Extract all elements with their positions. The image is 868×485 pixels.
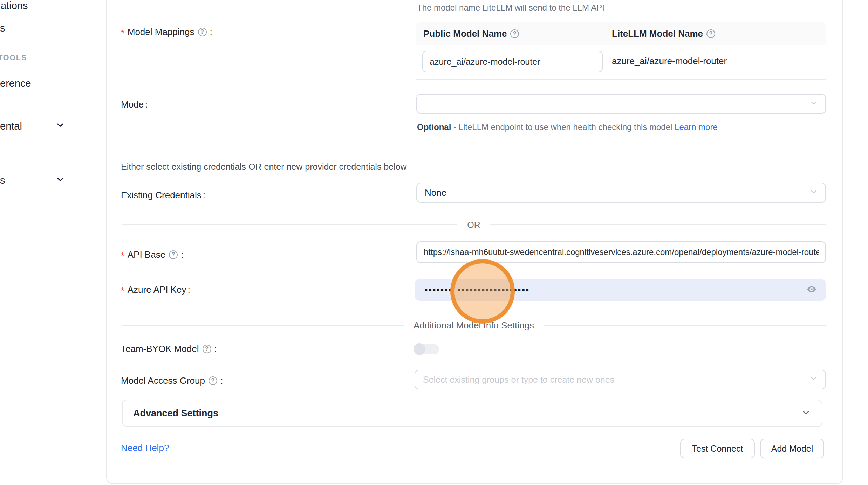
- help-question-icon[interactable]: ?: [510, 29, 519, 38]
- help-question-icon[interactable]: ?: [209, 376, 217, 385]
- chevron-down-icon: [55, 174, 65, 187]
- add-model-page: ations s TOOLS erence ental s The model …: [0, 0, 868, 485]
- mode-select[interactable]: [416, 94, 826, 114]
- credentials-note: Either select existing credentials OR en…: [121, 162, 407, 172]
- toggle-knob: [414, 343, 425, 355]
- additional-settings-divider: Additional Model Info Settings: [122, 320, 826, 331]
- select-placeholder: Select existing groups or type to create…: [423, 375, 614, 385]
- required-asterisk: *: [121, 28, 124, 38]
- sidebar-item-label: s: [0, 175, 5, 186]
- help-question-icon[interactable]: ?: [203, 345, 211, 353]
- model-mappings-table: Public Model Name ? LiteLLM Model Name ?…: [416, 22, 826, 80]
- sidebar-item-experimental[interactable]: ental: [0, 120, 22, 132]
- selected-value: None: [425, 187, 446, 198]
- sidebar-item-settings[interactable]: s: [0, 175, 5, 186]
- sidebar-item-models[interactable]: s: [0, 22, 5, 34]
- eye-icon[interactable]: [806, 284, 818, 296]
- chevron-down-icon: [809, 187, 818, 199]
- or-divider: OR: [122, 220, 826, 230]
- need-help-link[interactable]: Need Help?: [121, 443, 169, 453]
- header-column-divider: [606, 25, 606, 42]
- model-name-helper-text: The model name LiteLLM will send to the …: [417, 3, 604, 13]
- team-byok-label: Team-BYOK Model ? :: [121, 343, 217, 355]
- azure-api-key-label: * Azure API Key :: [121, 284, 190, 296]
- add-model-button[interactable]: Add Model: [760, 439, 824, 458]
- sidebar-section-tools: TOOLS: [0, 53, 27, 62]
- existing-credentials-label: Existing Credentials :: [121, 189, 205, 201]
- existing-credentials-select[interactable]: None: [416, 183, 826, 203]
- sidebar-item-label: erence: [0, 78, 31, 89]
- api-base-label: * API Base ? :: [121, 249, 183, 261]
- chevron-down-icon: [801, 407, 811, 419]
- sidebar: ations s TOOLS erence ental s: [0, 0, 106, 485]
- column-header-public-model-name: Public Model Name ?: [423, 22, 521, 45]
- sidebar-item-label: s: [0, 22, 5, 34]
- masked-password-dots: ••••••••••••••••••: [457, 285, 529, 295]
- model-mappings-label: * Model Mappings ? :: [121, 26, 212, 38]
- mode-hint-text: Optional - LiteLLM endpoint to use when …: [417, 120, 725, 134]
- chevron-down-icon: [809, 98, 818, 110]
- litellm-model-name-value: azure_ai/azure-model-router: [612, 56, 727, 67]
- sidebar-item-label: ations: [1, 0, 28, 12]
- sidebar-section-label: TOOLS: [0, 53, 27, 62]
- help-question-icon[interactable]: ?: [198, 28, 207, 36]
- model-access-group-select[interactable]: Select existing groups or type to create…: [415, 370, 826, 389]
- sidebar-item-integrations[interactable]: ations: [1, 0, 28, 12]
- sidebar-item-inference[interactable]: erence: [0, 78, 31, 89]
- sidebar-item-label: ental: [0, 120, 22, 132]
- model-access-group-label: Model Access Group ? :: [121, 375, 223, 387]
- mode-label: Mode :: [121, 98, 148, 110]
- chevron-down-icon: [809, 374, 818, 386]
- help-question-icon[interactable]: ?: [169, 250, 178, 259]
- help-question-icon[interactable]: ?: [706, 29, 715, 38]
- team-byok-toggle[interactable]: [414, 344, 439, 354]
- required-asterisk: *: [121, 251, 124, 261]
- advanced-settings-title: Advanced Settings: [133, 408, 218, 419]
- chevron-down-icon: [55, 120, 65, 132]
- advanced-settings-panel[interactable]: Advanced Settings: [122, 400, 822, 427]
- azure-api-key-input[interactable]: ••••••• ••••••••••••••••••: [415, 279, 826, 301]
- learn-more-link[interactable]: Learn more: [675, 122, 718, 132]
- public-model-name-input[interactable]: [422, 51, 603, 72]
- api-base-input[interactable]: [416, 241, 826, 263]
- required-asterisk: *: [121, 286, 124, 296]
- test-connect-button[interactable]: Test Connect: [680, 439, 755, 458]
- column-header-litellm-model-name: LiteLLM Model Name ?: [612, 22, 717, 45]
- masked-password-dots: •••••••: [424, 285, 452, 295]
